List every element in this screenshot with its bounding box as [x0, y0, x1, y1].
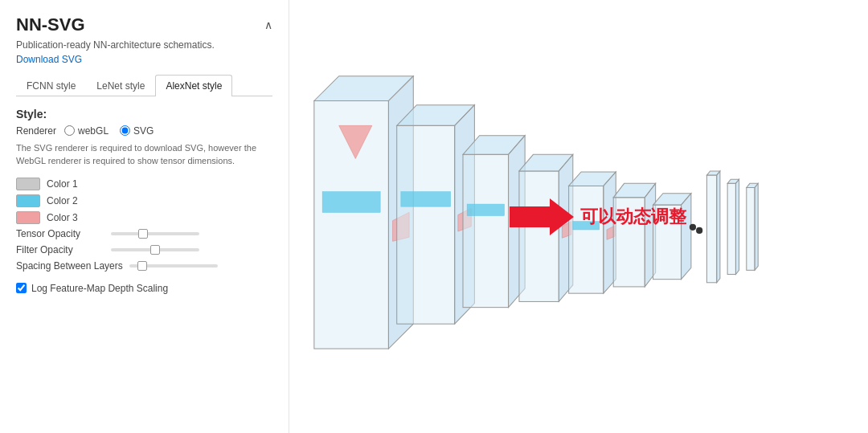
color-2-swatch[interactable] [16, 194, 40, 207]
svg-rect-21 [569, 186, 604, 293]
filter-opacity-slider[interactable] [111, 248, 199, 251]
download-svg-link[interactable]: Download SVG [16, 54, 272, 65]
spacing-slider[interactable] [129, 264, 218, 268]
svg-rect-16 [519, 171, 559, 302]
log-scaling-label: Log Feature-Map Depth Scaling [31, 283, 168, 294]
nn-diagram [289, 0, 868, 433]
svg-rect-29 [653, 205, 682, 280]
svg-rect-4 [322, 192, 380, 213]
svg-rect-32 [706, 175, 716, 283]
svg-marker-34 [717, 171, 720, 283]
renderer-label: Renderer [16, 125, 56, 137]
tensor-opacity-row: Tensor Opacity [16, 228, 272, 239]
renderer-notice: The SVG renderer is required to download… [16, 141, 272, 168]
svg-rect-10 [401, 192, 451, 207]
renderer-svg-radio[interactable] [120, 125, 130, 136]
color-3-row: Color 3 [16, 211, 272, 224]
color-1-swatch[interactable] [16, 178, 40, 190]
tensor-opacity-slider[interactable] [111, 232, 199, 235]
svg-rect-15 [467, 204, 504, 215]
left-panel: NN-SVG ∧ Publication-ready NN-architectu… [0, 0, 289, 433]
log-scaling-row: Log Feature-Map Depth Scaling [16, 283, 272, 294]
svg-point-41 [690, 224, 696, 231]
color-2-label: Color 2 [47, 195, 78, 206]
log-scaling-checkbox[interactable] [16, 283, 27, 293]
svg-rect-7 [397, 125, 455, 324]
svg-rect-19 [523, 214, 555, 223]
svg-marker-31 [682, 194, 691, 280]
panel-header: NN-SVG ∧ [16, 14, 272, 35]
tabs-bar: FCNN style LeNet style AlexNet style [16, 75, 272, 96]
filter-opacity-label: Filter Opacity [16, 244, 104, 255]
renderer-svg-option[interactable]: SVG [120, 125, 154, 137]
renderer-svg-label: SVG [133, 125, 154, 137]
color-3-label: Color 3 [47, 212, 78, 223]
svg-rect-12 [463, 154, 509, 307]
filter-opacity-row: Filter Opacity [16, 244, 272, 255]
tab-fcnn[interactable]: FCNN style [16, 75, 86, 96]
style-section-label: Style: [16, 108, 272, 121]
renderer-webgl-option[interactable]: webGL [64, 125, 108, 137]
collapse-button[interactable]: ∧ [264, 18, 272, 31]
tab-lenet[interactable]: LeNet style [86, 75, 155, 96]
color-1-row: Color 1 [16, 178, 272, 190]
color-2-row: Color 2 [16, 194, 272, 207]
color-3-swatch[interactable] [16, 211, 40, 224]
renderer-webgl-label: webGL [78, 125, 108, 137]
panel-subtitle: Publication-ready NN-architecture schema… [16, 39, 272, 52]
svg-rect-24 [573, 222, 600, 230]
svg-rect-35 [727, 183, 735, 274]
spacing-row: Spacing Between Layers [16, 260, 272, 272]
panel-title: NN-SVG [16, 14, 85, 35]
svg-marker-37 [735, 179, 739, 274]
color-1-label: Color 1 [47, 178, 78, 190]
tensor-opacity-label: Tensor Opacity [16, 228, 104, 239]
right-panel: 可以动态调整 [289, 0, 868, 433]
spacing-label: Spacing Between Layers [16, 260, 123, 272]
svg-rect-26 [613, 198, 645, 287]
renderer-row: Renderer webGL SVG [16, 125, 272, 137]
svg-marker-40 [755, 183, 758, 270]
svg-rect-38 [747, 188, 755, 271]
renderer-webgl-radio[interactable] [64, 125, 75, 136]
tab-alexnet[interactable]: AlexNet style [155, 75, 232, 96]
renderer-radio-group: webGL SVG [64, 125, 154, 137]
svg-point-42 [696, 227, 702, 234]
